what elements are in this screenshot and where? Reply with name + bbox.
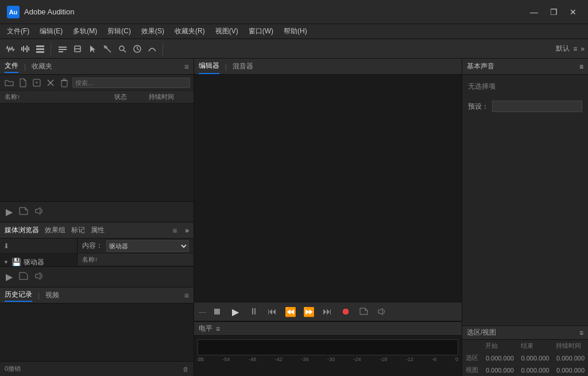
basic-sound-menu-icon[interactable]: ≡ <box>579 63 583 71</box>
svg-line-19 <box>137 49 139 50</box>
export-file-btn[interactable] <box>18 207 29 217</box>
tab-editor[interactable]: 编辑器 <box>199 59 219 74</box>
file-panel: 文件 | 收藏夹 ≡ + <box>0 59 194 222</box>
menubar: 文件(F) 编辑(E) 多轨(M) 剪辑(C) 效果(S) 收藏夹(R) 视图(… <box>0 24 588 39</box>
rewind-btn[interactable]: ⏪ <box>283 304 298 319</box>
zoom-tool-btn[interactable] <box>115 42 129 56</box>
pause-transport-btn[interactable]: ⏸ <box>246 304 261 319</box>
col-start-header: 开始 <box>482 340 517 352</box>
svg-rect-10 <box>59 51 63 52</box>
media-content-header: 内容： 驱动器 <box>78 239 194 254</box>
play-media-btn[interactable]: ▶ <box>6 271 13 282</box>
svg-text:+: + <box>35 80 38 86</box>
menu-view[interactable]: 视图(V) <box>211 25 243 37</box>
new-file-btn[interactable] <box>17 77 29 89</box>
sel-end: 0.000.000 <box>517 352 553 364</box>
file-panel-menu-icon[interactable]: ≡ <box>184 62 189 71</box>
import-btn[interactable]: + <box>31 77 42 89</box>
media-bottom: ▶ <box>0 266 194 287</box>
titlebar: Au Adobe Audition — ❐ ✕ <box>0 0 588 24</box>
waveform-view-btn2[interactable] <box>18 42 32 56</box>
svg-line-16 <box>123 50 126 52</box>
stop-transport-btn[interactable]: ⏹ <box>210 304 225 319</box>
clear-history-btn[interactable]: 🗑 <box>183 366 189 373</box>
col-end-header: 结束 <box>517 340 553 352</box>
play-transport-btn[interactable]: ▶ <box>228 304 243 319</box>
preset-label: 预设： <box>468 102 489 112</box>
col-duration-header: 持续时间 <box>552 340 588 352</box>
svg-rect-1 <box>23 46 24 52</box>
maximize-button[interactable]: ❐ <box>546 6 562 18</box>
preset-input[interactable] <box>492 101 582 112</box>
tab-properties[interactable]: 属性 <box>91 225 105 235</box>
play-file-btn[interactable]: ▶ <box>6 206 13 217</box>
fast-forward-btn[interactable]: ⏩ <box>301 304 316 319</box>
selection-menu-icon[interactable]: ≡ <box>579 329 583 337</box>
tree-item-drives[interactable]: ▼ 💾 驱动器 <box>0 256 77 266</box>
svg-rect-8 <box>59 47 67 48</box>
tab-effects-rack[interactable]: 效果组 <box>45 225 65 235</box>
tab-video[interactable]: 视频 <box>45 289 59 301</box>
go-end-btn[interactable]: ⏭ <box>320 304 335 319</box>
right-top: 基本声音 ≡ 无选择项 预设： <box>462 59 588 325</box>
media-panel-menu-icon[interactable]: ≡ <box>172 226 177 235</box>
toolbar-expand-icon[interactable]: » <box>581 45 585 53</box>
tool-btn-2[interactable] <box>71 42 84 56</box>
speaker-file-btn[interactable] <box>34 207 45 217</box>
tab-favorites[interactable]: 收藏夹 <box>32 60 52 72</box>
tab-file[interactable]: 文件 <box>5 60 18 73</box>
menu-help[interactable]: 帮助(H) <box>279 25 312 37</box>
preset-row: 预设： <box>462 98 588 114</box>
tab-mixer[interactable]: 混音器 <box>233 59 253 74</box>
transport-bar: — ⏹ ▶ ⏸ ⏮ ⏪ ⏩ ⏭ ⏺ <box>194 302 462 321</box>
fade-tool-btn[interactable] <box>145 42 159 56</box>
tool-btn-1[interactable] <box>56 42 69 56</box>
waveform-view-btn[interactable] <box>3 42 17 56</box>
menu-window[interactable]: 窗口(W) <box>244 25 278 37</box>
selection-tool-btn[interactable] <box>86 42 99 56</box>
go-start-btn[interactable]: ⏮ <box>265 304 280 319</box>
media-import-btn[interactable]: ⬇ <box>3 242 9 250</box>
export-media-btn[interactable] <box>18 272 29 282</box>
media-panel-overflow-icon[interactable]: » <box>185 227 189 235</box>
tool-group <box>56 42 163 56</box>
open-folder-btn[interactable] <box>3 77 15 89</box>
media-list-header: 名称↑ <box>78 254 194 266</box>
menu-edit[interactable]: 编辑(E) <box>35 25 67 37</box>
speaker-media-btn[interactable] <box>34 272 45 282</box>
menu-clip[interactable]: 剪辑(C) <box>103 25 136 37</box>
selection-label: 选区 <box>462 352 482 364</box>
basic-sound-header: 基本声音 ≡ <box>462 59 588 75</box>
level-meter <box>198 339 458 355</box>
content-dropdown[interactable]: 驱动器 <box>106 240 189 252</box>
file-search-input[interactable] <box>72 78 190 88</box>
razor-tool-btn[interactable] <box>100 42 114 56</box>
menu-multitrack[interactable]: 多轨(M) <box>68 25 102 37</box>
media-name-header: 名称↑ <box>82 255 98 264</box>
delete-file-btn[interactable] <box>59 77 70 89</box>
level-label: 电平 <box>199 324 212 333</box>
multitrack-view-btn[interactable] <box>33 42 47 56</box>
view-label: 视图 <box>462 364 482 376</box>
svg-rect-26 <box>63 79 65 80</box>
level-menu-icon[interactable]: ≡ <box>216 325 220 333</box>
time-tool-btn[interactable] <box>130 42 144 56</box>
selection-view-panel: 选区/视图 ≡ 开始 结束 持续时间 选区 0.000.000 0 <box>462 325 588 376</box>
close-file-btn[interactable] <box>45 77 56 89</box>
tab-media-browser[interactable]: 媒体浏览器 <box>5 225 39 235</box>
tab-markers[interactable]: 标记 <box>71 225 85 235</box>
record-btn[interactable]: ⏺ <box>338 304 353 319</box>
svg-rect-7 <box>36 51 44 53</box>
svg-rect-4 <box>28 47 29 51</box>
menu-favorites[interactable]: 收藏夹(R) <box>170 25 210 37</box>
menu-file[interactable]: 文件(F) <box>2 25 34 37</box>
menu-effects[interactable]: 效果(S) <box>137 25 169 37</box>
minimize-button[interactable]: — <box>526 6 542 18</box>
tab-history[interactable]: 历史记录 <box>5 289 32 302</box>
close-button[interactable]: ✕ <box>565 6 581 18</box>
toolbar-overflow-icon[interactable]: ≡ <box>573 45 577 53</box>
export-transport-btn[interactable] <box>357 304 372 319</box>
svg-rect-5 <box>36 45 44 47</box>
volume-transport-btn[interactable] <box>375 304 390 319</box>
history-menu-icon[interactable]: ≡ <box>184 291 189 300</box>
